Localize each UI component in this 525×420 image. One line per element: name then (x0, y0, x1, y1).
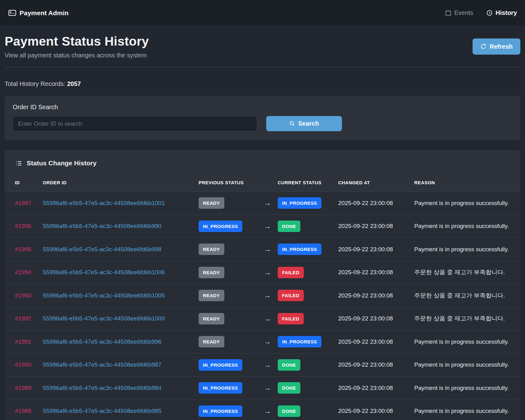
order-id-link[interactable]: 55996af6-e5b5-47e5-ac3c-44508ee6fd6b1000 (43, 315, 199, 322)
status-arrow: → (264, 384, 278, 392)
changed-at: 2025-09-22 23:00:08 (338, 385, 414, 391)
credit-card-icon (8, 9, 16, 17)
status-history-card: Status Change History ID ORDER ID PREVIO… (5, 150, 520, 420)
table-row: #1993 55996af6-e5b5-47e5-ac3c-44508ee6fd… (5, 284, 520, 307)
row-id: #1991 (15, 338, 43, 345)
order-id-link[interactable]: 55996af6-e5b5-47e5-ac3c-44508ee6fd6b984 (43, 385, 199, 391)
changed-at: 2025-09-22 23:00:08 (338, 200, 414, 207)
changed-at: 2025-09-22 23:00:08 (338, 269, 414, 276)
prev-status-badge: READY (199, 290, 224, 301)
table-row: #1988 55996af6-e5b5-47e5-ac3c-44508ee6fd… (5, 400, 520, 420)
row-id: #1990 (15, 361, 43, 368)
table-row: #1991 55996af6-e5b5-47e5-ac3c-44508ee6fd… (5, 330, 520, 354)
status-arrow: → (264, 291, 278, 300)
nav-link-label: History (496, 9, 517, 16)
total-records: Total History Records: 2057 (5, 80, 520, 87)
search-icon (289, 121, 295, 127)
reason: Payment is in progress successfully. (414, 408, 510, 414)
status-arrow: → (264, 315, 278, 323)
status-arrow: → (264, 222, 278, 230)
prev-status-badge: IN_PROGRESS (199, 382, 242, 394)
status-arrow: → (264, 268, 278, 277)
nav-link-history[interactable]: History (486, 9, 517, 16)
changed-at: 2025-09-22 23:00:08 (338, 361, 414, 368)
table-row: #1989 55996af6-e5b5-47e5-ac3c-44508ee6fd… (5, 377, 520, 400)
changed-at: 2025-09-22 23:00:08 (338, 338, 414, 345)
table-row: #1990 55996af6-e5b5-47e5-ac3c-44508ee6fd… (5, 354, 520, 377)
refresh-button[interactable]: Refresh (473, 38, 520, 55)
order-id-search-input[interactable] (13, 116, 257, 131)
curr-status-badge: DONE (278, 221, 300, 232)
table-row: #1995 55996af6-e5b5-47e5-ac3c-44508ee6fd… (5, 238, 520, 261)
prev-status-badge: IN_PROGRESS (199, 405, 242, 417)
changed-at: 2025-09-22 23:00:08 (338, 408, 414, 414)
column-header-current-status: CURRENT STATUS (278, 180, 338, 185)
prev-status-badge: IN_PROGRESS (199, 221, 242, 232)
prev-status-badge: READY (199, 267, 224, 278)
order-id-link[interactable]: 55996af6-e5b5-47e5-ac3c-44508ee6fd6b998 (43, 246, 199, 253)
page-subtitle: View all payment status changes across t… (5, 52, 149, 59)
reason: Payment is in progress successfully. (414, 338, 510, 345)
order-id-link[interactable]: 55996af6-e5b5-47e5-ac3c-44508ee6fd6b987 (43, 361, 199, 368)
curr-status-badge: FAILED (278, 313, 304, 324)
search-button-label: Search (298, 120, 319, 127)
reason: Payment is in progress successfully. (414, 361, 510, 368)
order-id-link[interactable]: 55996af6-e5b5-47e5-ac3c-44508ee6fd6b990 (43, 223, 199, 230)
reason: 주문한 상품 중 재고가 부족합니다. (414, 268, 510, 276)
row-id: #1988 (15, 408, 43, 414)
table-body: #1997 55996af6-e5b5-47e5-ac3c-44508ee6fd… (5, 192, 520, 420)
calendar-icon (445, 10, 451, 16)
nav-link-label: Events (454, 9, 473, 16)
curr-status-badge: DONE (278, 405, 300, 417)
status-history-card-header: Status Change History (5, 150, 520, 174)
changed-at: 2025-09-22 23:00:08 (338, 223, 414, 230)
nav-link-events[interactable]: Events (445, 9, 473, 16)
changed-at: 2025-09-22 23:00:08 (338, 315, 414, 322)
row-id: #1994 (15, 269, 43, 276)
order-id-link[interactable]: 55996af6-e5b5-47e5-ac3c-44508ee6fd6b1005 (43, 292, 199, 299)
order-id-link[interactable]: 55996af6-e5b5-47e5-ac3c-44508ee6fd6b1001 (43, 200, 199, 207)
reason: Payment is in progress successfully. (414, 223, 510, 230)
curr-status-badge: FAILED (278, 267, 304, 278)
column-header-changed-at: CHANGED AT (338, 180, 414, 185)
refresh-button-label: Refresh (490, 43, 513, 50)
order-search-label: Order ID Search (13, 104, 512, 111)
changed-at: 2025-09-22 23:00:08 (338, 246, 414, 253)
row-id: #1997 (15, 200, 43, 207)
row-id: #1995 (15, 246, 43, 253)
row-id: #1992 (15, 315, 43, 322)
card-title: Status Change History (27, 159, 96, 167)
brand[interactable]: Payment Admin (8, 9, 69, 17)
reason: Payment is in progress successfully. (414, 385, 510, 391)
column-header-previous-status: PREVIOUS STATUS (199, 180, 264, 185)
prev-status-badge: IN_PROGRESS (199, 359, 242, 371)
order-id-link[interactable]: 55996af6-e5b5-47e5-ac3c-44508ee6fd6b996 (43, 338, 199, 345)
order-id-link[interactable]: 55996af6-e5b5-47e5-ac3c-44508ee6fd6b1006 (43, 269, 199, 276)
prev-status-badge: READY (199, 244, 224, 255)
table-row: #1992 55996af6-e5b5-47e5-ac3c-44508ee6fd… (5, 307, 520, 331)
search-button[interactable]: Search (266, 116, 342, 131)
row-id: #1989 (15, 385, 43, 391)
curr-status-badge: IN_PROGRESS (278, 244, 321, 255)
table-header-row: ID ORDER ID PREVIOUS STATUS CURRENT STAT… (5, 174, 520, 192)
reason: 주문한 상품 중 재고가 부족합니다. (414, 292, 510, 300)
order-id-link[interactable]: 55996af6-e5b5-47e5-ac3c-44508ee6fd6b985 (43, 408, 199, 414)
row-id: #1993 (15, 292, 43, 299)
column-header-order-id: ORDER ID (43, 180, 199, 185)
table-row: #1996 55996af6-e5b5-47e5-ac3c-44508ee6fd… (5, 215, 520, 238)
column-header-reason: REASON (414, 180, 510, 185)
reason: Payment is in progress successfully. (414, 200, 510, 207)
brand-label: Payment Admin (20, 9, 69, 17)
list-icon (15, 160, 22, 167)
curr-status-badge: IN_PROGRESS (278, 336, 321, 347)
navbar: Payment Admin Events History (0, 0, 525, 26)
divider (5, 67, 520, 67)
table-row: #1994 55996af6-e5b5-47e5-ac3c-44508ee6fd… (5, 261, 520, 284)
status-arrow: → (264, 337, 278, 346)
main-content: Payment Status History View all payment … (0, 34, 525, 420)
curr-status-badge: FAILED (278, 290, 304, 301)
row-id: #1996 (15, 223, 43, 230)
changed-at: 2025-09-22 23:00:08 (338, 292, 414, 299)
prev-status-badge: READY (199, 313, 224, 324)
order-search-card: Order ID Search Search (5, 96, 520, 140)
